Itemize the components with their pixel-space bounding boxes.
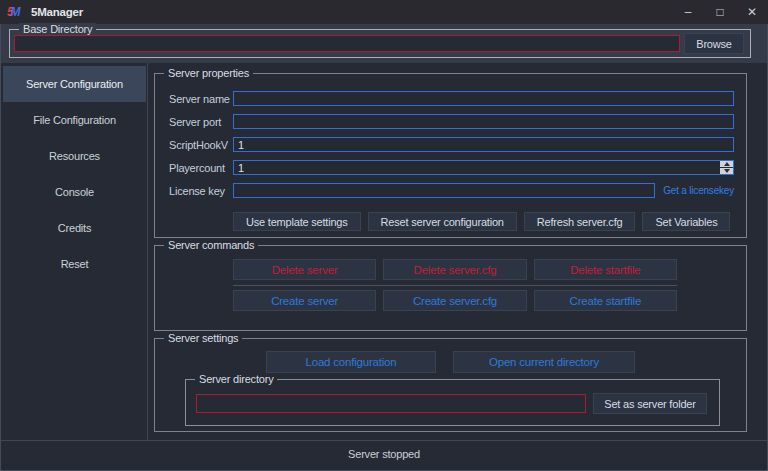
create-buttons-row: Create server Create server.cfg Create s… <box>233 290 677 311</box>
maximize-button[interactable]: □ <box>704 0 736 24</box>
delete-buttons-row: Delete server Delete server.cfg Delete s… <box>233 259 677 280</box>
sidebar-item-resources[interactable]: Resources <box>3 138 146 174</box>
server-port-label: Server port <box>169 116 233 128</box>
window-title: 5Manager <box>31 6 83 18</box>
app-logo-icon: 5 M <box>7 5 27 19</box>
server-properties-buttons: Use template settings Reset server confi… <box>233 212 716 231</box>
create-server-cfg-button[interactable]: Create server.cfg <box>383 290 526 311</box>
create-startfile-button[interactable]: Create startfile <box>534 290 677 311</box>
server-properties-title: Server properties <box>164 67 253 79</box>
sidebar-divider <box>147 63 148 440</box>
reset-server-configuration-button[interactable]: Reset server configuration <box>368 212 517 231</box>
logo-m: M <box>10 5 20 19</box>
sidebar-item-credits[interactable]: Credits <box>3 210 146 246</box>
playercount-spinbox <box>233 160 734 175</box>
base-directory-group-title: Base Directory <box>19 23 96 35</box>
spinner-up-icon <box>724 162 730 166</box>
sidebar-item-reset[interactable]: Reset <box>3 246 146 282</box>
server-properties-group: Server properties Server name Server por… <box>154 73 747 238</box>
server-settings-group: Server settings Load configuration Open … <box>154 338 747 432</box>
set-variables-button[interactable]: Set Variables <box>642 212 730 231</box>
create-server-button[interactable]: Create server <box>233 290 376 311</box>
server-port-row: Server port <box>169 114 734 129</box>
license-key-label: License key <box>169 185 233 197</box>
playercount-label: Playercount <box>169 162 233 174</box>
server-name-row: Server name <box>169 91 734 106</box>
delete-server-button[interactable]: Delete server <box>233 259 376 280</box>
playercount-row: Playercount <box>169 160 734 175</box>
open-current-directory-button[interactable]: Open current directory <box>453 351 635 373</box>
window-controls: – □ ✕ <box>672 0 768 24</box>
delete-startfile-button[interactable]: Delete startfile <box>534 259 677 280</box>
server-settings-title: Server settings <box>164 332 242 344</box>
scripthookv-row: ScriptHookV <box>169 137 734 152</box>
delete-server-cfg-button[interactable]: Delete server.cfg <box>383 259 526 280</box>
refresh-server-cfg-button[interactable]: Refresh server.cfg <box>524 212 636 231</box>
commands-divider <box>233 285 677 286</box>
license-key-row: License key Get a licensekey <box>169 183 734 198</box>
server-directory-title: Server directory <box>195 373 277 385</box>
get-licensekey-link[interactable]: Get a licensekey <box>663 185 734 196</box>
base-directory-group: Base Directory Browse <box>9 29 751 58</box>
base-directory-input[interactable] <box>14 35 680 52</box>
spinner-down-button[interactable] <box>720 168 733 174</box>
server-directory-group: Server directory Set as server folder <box>185 379 720 426</box>
license-key-input[interactable] <box>233 183 655 198</box>
status-bar: Server stopped <box>1 440 767 470</box>
use-template-settings-button[interactable]: Use template settings <box>233 212 361 231</box>
sidebar-item-file-configuration[interactable]: File Configuration <box>3 102 146 138</box>
server-settings-buttons: Load configuration Open current director… <box>155 351 746 373</box>
playercount-input[interactable] <box>233 160 734 175</box>
sidebar-item-console[interactable]: Console <box>3 174 146 210</box>
sidebar: Server Configuration File Configuration … <box>3 66 146 282</box>
close-button[interactable]: ✕ <box>736 0 768 24</box>
server-commands-group: Server commands Delete server Delete ser… <box>154 245 747 331</box>
spinner-up-button[interactable] <box>720 161 733 167</box>
app-window: 5 M 5Manager – □ ✕ Base Directory Browse… <box>0 0 768 471</box>
server-properties-fields: Server name Server port ScriptHookV Play… <box>155 74 746 198</box>
minimize-button[interactable]: – <box>672 0 704 24</box>
top-strip: Base Directory Browse <box>1 24 767 63</box>
scripthookv-input[interactable] <box>233 137 734 152</box>
playercount-spinner <box>720 161 733 174</box>
server-name-label: Server name <box>169 93 233 105</box>
spinner-down-icon <box>724 169 730 173</box>
scripthookv-label: ScriptHookV <box>169 139 233 151</box>
server-port-input[interactable] <box>233 114 734 129</box>
set-as-server-folder-button[interactable]: Set as server folder <box>593 393 707 414</box>
browse-button[interactable]: Browse <box>684 33 744 54</box>
server-name-input[interactable] <box>233 91 734 106</box>
server-status-text: Server stopped <box>348 448 420 470</box>
load-configuration-button[interactable]: Load configuration <box>266 351 436 373</box>
main-area: Server Configuration File Configuration … <box>1 63 767 440</box>
sidebar-item-server-configuration[interactable]: Server Configuration <box>3 66 146 102</box>
server-commands-title: Server commands <box>164 239 258 251</box>
server-directory-input[interactable] <box>196 394 586 413</box>
titlebar: 5 M 5Manager – □ ✕ <box>0 0 768 24</box>
